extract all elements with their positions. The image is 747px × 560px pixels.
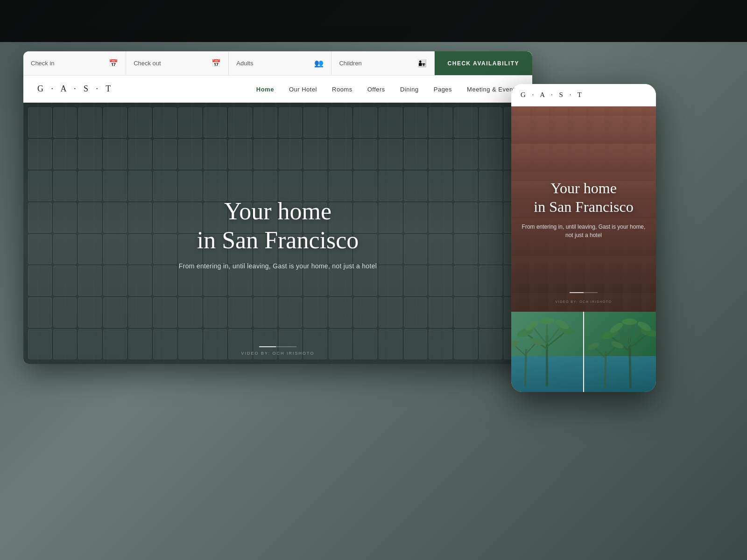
keyboard-key bbox=[454, 107, 478, 138]
children-icon: 👨‍👧 bbox=[417, 59, 427, 68]
keyboard-key bbox=[303, 297, 327, 328]
keyboard-key bbox=[78, 139, 102, 169]
keyboard-key bbox=[429, 171, 452, 201]
keyboard-key bbox=[153, 297, 177, 328]
mobile-nav: G · A · S · T bbox=[511, 84, 656, 106]
keyboard-key bbox=[279, 139, 303, 169]
keyboard-key bbox=[404, 203, 428, 233]
desktop-video-credit: VIDEO BY: OCH IRISHOTO bbox=[23, 351, 532, 356]
keyboard-key bbox=[479, 139, 503, 169]
keyboard-key bbox=[28, 107, 52, 138]
thumbnail-1 bbox=[511, 312, 584, 392]
keyboard-key bbox=[153, 234, 177, 265]
keyboard-key bbox=[78, 107, 102, 138]
nav-item-rooms[interactable]: Rooms bbox=[332, 85, 352, 93]
keyboard-key bbox=[178, 139, 202, 169]
keyboard-key bbox=[103, 107, 127, 138]
mobile-hero-content: Your home in San Francisco From entering… bbox=[511, 179, 656, 239]
keyboard-key bbox=[404, 139, 428, 169]
keyboard-key bbox=[404, 297, 428, 328]
keyboard-key bbox=[204, 266, 227, 296]
nav-item-hotel[interactable]: Our Hotel bbox=[289, 85, 317, 93]
keyboard-key bbox=[103, 171, 127, 201]
svg-point-10 bbox=[540, 317, 555, 324]
desktop-hero-content: Your home in San Francisco From entering… bbox=[179, 197, 377, 270]
nav-item-offers[interactable]: Offers bbox=[367, 85, 385, 93]
keyboard-key bbox=[353, 107, 377, 138]
keyboard-key bbox=[53, 107, 77, 138]
nav-link-pages[interactable]: Pages bbox=[434, 86, 452, 93]
keyboard-key bbox=[53, 266, 77, 296]
desktop-progress-fill bbox=[259, 346, 276, 347]
keyboard-key bbox=[479, 266, 503, 296]
nav-item-pages[interactable]: Pages bbox=[434, 85, 452, 93]
keyboard-key bbox=[404, 107, 428, 138]
nav-item-meetings[interactable]: Meeting & Events bbox=[467, 85, 518, 93]
keyboard-key bbox=[454, 171, 478, 201]
check-availability-button[interactable]: CHECK AVAILABILITY bbox=[435, 51, 532, 75]
mobile-thumbnails bbox=[511, 312, 656, 392]
adults-field[interactable]: Adults 👥 bbox=[229, 51, 331, 75]
keyboard-key bbox=[379, 203, 402, 233]
mobile-mockup: G · A · S · T Your home in San Francisco… bbox=[511, 84, 656, 392]
check-out-field[interactable]: Check out 📅 bbox=[126, 51, 229, 75]
keyboard-key bbox=[178, 107, 202, 138]
keyboard-key bbox=[303, 266, 327, 296]
keyboard-key bbox=[479, 297, 503, 328]
keyboard-key bbox=[454, 139, 478, 169]
nav-link-offers[interactable]: Offers bbox=[367, 86, 385, 93]
desktop-nav: G · A · S · T Home Our Hotel Rooms Offer… bbox=[23, 76, 532, 103]
keyboard-key bbox=[78, 297, 102, 328]
mobile-progress-fill bbox=[570, 292, 584, 293]
keyboard-key bbox=[78, 171, 102, 201]
keyboard-key bbox=[454, 266, 478, 296]
keyboard-key bbox=[228, 139, 252, 169]
keyboard-key bbox=[228, 297, 252, 328]
keyboard-key bbox=[103, 203, 127, 233]
nav-link-hotel[interactable]: Our Hotel bbox=[289, 86, 317, 93]
check-in-field[interactable]: Check in 📅 bbox=[23, 51, 126, 75]
keyboard-key bbox=[429, 297, 452, 328]
nav-item-dining[interactable]: Dining bbox=[400, 85, 419, 93]
keyboard-key bbox=[429, 203, 452, 233]
keyboard-key bbox=[329, 107, 352, 138]
keyboard-key bbox=[28, 266, 52, 296]
desktop-hero: // Will generate keys via JS below Your … bbox=[23, 103, 532, 364]
desktop-hero-subtitle: From entering in, until leaving, Gast is… bbox=[179, 262, 377, 270]
nav-link-rooms[interactable]: Rooms bbox=[332, 86, 352, 93]
keyboard-key bbox=[329, 297, 352, 328]
keyboard-key bbox=[303, 139, 327, 169]
nav-link-home[interactable]: Home bbox=[256, 86, 274, 93]
keyboard-key bbox=[254, 107, 277, 138]
keyboard-key bbox=[279, 107, 303, 138]
mobile-hero: Your home in San Francisco From entering… bbox=[511, 106, 656, 312]
palm-svg-1 bbox=[511, 312, 583, 392]
keyboard-key bbox=[303, 107, 327, 138]
desktop-mockup: Check in 📅 Check out 📅 Adults 👥 Children… bbox=[23, 51, 532, 364]
keyboard-key bbox=[78, 203, 102, 233]
keyboard-key bbox=[204, 139, 227, 169]
keyboard-key bbox=[53, 203, 77, 233]
keyboard-key bbox=[153, 171, 177, 201]
keyboard-key bbox=[28, 171, 52, 201]
keyboard-key bbox=[279, 266, 303, 296]
keyboard-key bbox=[353, 297, 377, 328]
keyboard-key bbox=[379, 139, 402, 169]
keyboard-key bbox=[103, 297, 127, 328]
keyboard-key bbox=[128, 171, 152, 201]
mobile-logo[interactable]: G · A · S · T bbox=[521, 91, 584, 99]
svg-line-28 bbox=[593, 347, 606, 358]
keyboard-key bbox=[329, 266, 352, 296]
children-field[interactable]: Children 👨‍👧 bbox=[331, 51, 434, 75]
nav-item-home[interactable]: Home bbox=[256, 85, 274, 93]
keyboard-key bbox=[479, 234, 503, 265]
mobile-video-credit: VIDEO BY: OCH IRISHOTO bbox=[511, 300, 656, 303]
nav-link-meetings[interactable]: Meeting & Events bbox=[467, 86, 518, 93]
keyboard-key bbox=[479, 107, 503, 138]
nav-link-dining[interactable]: Dining bbox=[400, 86, 419, 93]
keyboard-key bbox=[479, 203, 503, 233]
desktop-logo[interactable]: G · A · S · T bbox=[37, 84, 113, 94]
keyboard-key bbox=[153, 139, 177, 169]
keyboard-key bbox=[404, 234, 428, 265]
svg-point-14 bbox=[511, 339, 521, 350]
